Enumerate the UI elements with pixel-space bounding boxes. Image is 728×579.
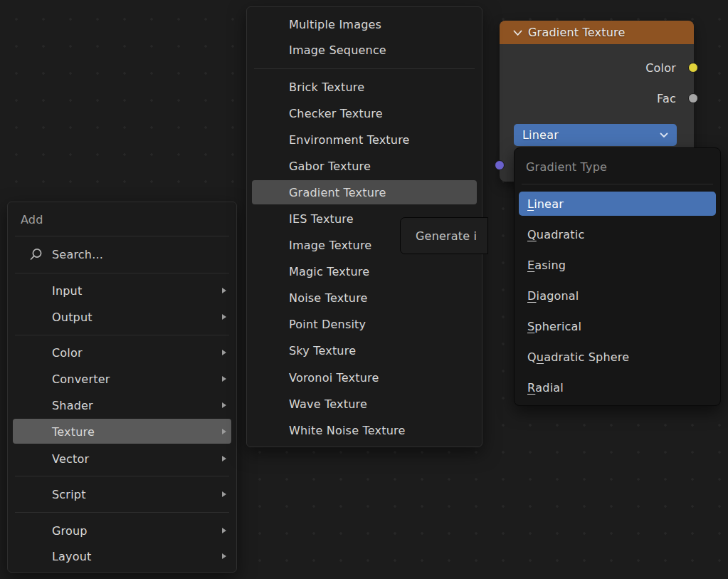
tooltip: Generate i — [400, 217, 488, 254]
submenu-arrow-icon — [222, 314, 226, 320]
gradient-type-dropdown-menu: Gradient Type Linear Quadratic Easing Di… — [514, 147, 721, 406]
fac-output-socket[interactable] — [688, 93, 698, 103]
search-icon — [29, 248, 43, 261]
node-title: Gradient Texture — [528, 26, 626, 39]
submenu-arrow-icon — [222, 491, 226, 497]
submenu-item-image-sequence[interactable]: Image Sequence — [247, 40, 482, 60]
vector-input-socket[interactable] — [495, 160, 505, 170]
submenu-arrow-icon — [222, 288, 226, 293]
node-editor-canvas[interactable]: { "canvas": { "background": "#1c1c1c", "… — [0, 0, 728, 579]
menu-item-layout[interactable]: Layout — [8, 546, 236, 566]
search-placeholder: Search... — [52, 248, 103, 261]
submenu-arrow-icon — [222, 350, 226, 355]
option-linear[interactable]: Linear — [519, 192, 716, 216]
submenu-item-checker-texture[interactable]: Checker Texture — [247, 103, 482, 123]
separator — [15, 273, 229, 273]
submenu-arrow-icon — [222, 376, 226, 382]
option-radial[interactable]: Radial — [519, 375, 716, 400]
separator — [15, 476, 229, 476]
option-diagonal[interactable]: Diagonal — [519, 283, 716, 308]
menu-item-vector[interactable]: Vector — [8, 449, 236, 469]
submenu-item-multiple-images[interactable]: Multiple Images — [247, 14, 482, 34]
menu-title-row: Add — [8, 209, 236, 229]
menu-item-shader[interactable]: Shader — [8, 395, 236, 415]
collapse-chevron-icon[interactable] — [513, 30, 522, 36]
separator — [522, 184, 713, 184]
node-link-wire — [0, 0, 213, 107]
dropdown-heading: Gradient Type — [526, 160, 607, 174]
chevron-down-icon — [660, 132, 668, 138]
submenu-arrow-icon — [222, 456, 226, 461]
separator — [15, 512, 229, 513]
tooltip-text: Generate i — [416, 229, 477, 243]
node-header[interactable]: Gradient Texture — [500, 21, 694, 44]
option-easing[interactable]: Easing — [519, 253, 716, 277]
menu-item-converter[interactable]: Converter — [8, 369, 236, 389]
menu-item-texture[interactable]: Texture — [8, 422, 236, 442]
submenu-arrow-icon — [222, 528, 226, 533]
output-label-color: Color — [645, 61, 676, 75]
gradient-type-dropdown-button[interactable]: Linear — [514, 124, 677, 146]
menu-title: Add — [21, 213, 43, 226]
submenu-arrow-icon — [222, 429, 226, 434]
menu-item-color[interactable]: Color — [8, 343, 236, 362]
separator — [15, 335, 229, 335]
output-label-fac: Fac — [657, 92, 676, 105]
dropdown-button-value: Linear — [522, 128, 559, 142]
submenu-arrow-icon — [222, 402, 226, 408]
submenu-item-environment-texture[interactable]: Environment Texture — [247, 130, 482, 150]
submenu-item-gabor-texture[interactable]: Gabor Texture — [247, 156, 482, 176]
separator — [15, 236, 229, 236]
submenu-item-magic-texture[interactable]: Magic Texture — [247, 261, 482, 281]
option-quadratic-sphere[interactable]: Quadratic Sphere — [519, 345, 716, 369]
submenu-item-wave-texture[interactable]: Wave Texture — [247, 394, 482, 414]
menu-item-input[interactable]: Input — [8, 281, 236, 301]
option-spherical[interactable]: Spherical — [519, 314, 716, 338]
menu-item-output[interactable]: Output — [8, 307, 236, 327]
submenu-item-noise-texture[interactable]: Noise Texture — [247, 288, 482, 308]
add-menu: Add Search... Input Output Color Convert… — [7, 202, 237, 573]
menu-item-script[interactable]: Script — [8, 484, 236, 504]
submenu-item-brick-texture[interactable]: Brick Texture — [247, 77, 482, 97]
submenu-arrow-icon — [222, 553, 226, 559]
menu-item-group[interactable]: Group — [8, 521, 236, 541]
color-output-socket[interactable] — [688, 63, 698, 73]
submenu-item-white-noise-texture[interactable]: White Noise Texture — [247, 420, 482, 440]
submenu-item-voronoi-texture[interactable]: Voronoi Texture — [247, 367, 482, 387]
submenu-item-gradient-texture[interactable]: Gradient Texture — [247, 182, 482, 202]
option-quadratic[interactable]: Quadratic — [519, 222, 716, 246]
separator — [254, 68, 475, 69]
search-input[interactable]: Search... — [8, 244, 236, 264]
submenu-item-sky-texture[interactable]: Sky Texture — [247, 340, 482, 360]
submenu-item-point-density[interactable]: Point Density — [247, 314, 482, 334]
